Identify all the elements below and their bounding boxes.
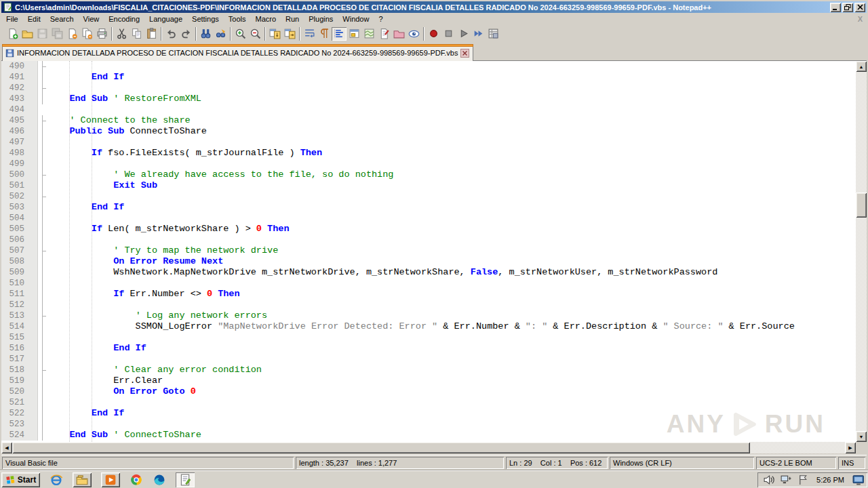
anyrun-player-taskbar-icon[interactable] xyxy=(101,472,120,487)
menu-item-plugins[interactable]: Plugins xyxy=(304,14,338,24)
display-icon[interactable] xyxy=(852,474,865,486)
taskbar-clock[interactable]: 5:26 PM xyxy=(814,476,847,484)
file-explorer-taskbar-icon[interactable] xyxy=(73,472,92,487)
fold-margin[interactable] xyxy=(38,180,47,191)
sync-scroll-v-button[interactable] xyxy=(267,27,282,41)
chrome-taskbar-icon[interactable] xyxy=(130,473,143,487)
undo-button[interactable] xyxy=(163,27,178,41)
horizontal-scrollbar[interactable]: ◀ ▶ xyxy=(1,442,856,453)
fold-margin[interactable] xyxy=(38,267,47,278)
fold-margin[interactable] xyxy=(38,321,47,332)
fold-margin[interactable] xyxy=(38,191,47,202)
notepad-plus-plus-taskbar-icon[interactable] xyxy=(176,472,195,487)
macro-run-multiple-button[interactable] xyxy=(471,27,486,41)
print-button[interactable] xyxy=(94,27,109,41)
fold-margin[interactable] xyxy=(38,115,47,126)
internet-explorer-taskbar-icon[interactable] xyxy=(50,473,63,487)
fold-margin[interactable] xyxy=(38,310,47,321)
document-tab[interactable]: INFORMACION DETALLADA PROCESO DE CITACIO… xyxy=(2,44,473,61)
start-button[interactable]: Start xyxy=(1,472,40,487)
code-editor[interactable]: 490491 End If492493 End Sub ' RestoreFro… xyxy=(1,61,856,442)
menu-item-tools[interactable]: Tools xyxy=(224,14,251,24)
fold-margin[interactable] xyxy=(38,354,47,365)
menu-item-window[interactable]: Window xyxy=(338,14,374,24)
fold-margin[interactable] xyxy=(38,289,47,300)
fold-margin[interactable] xyxy=(38,408,47,419)
scroll-up-icon[interactable]: ▲ xyxy=(856,61,867,72)
redo-button[interactable] xyxy=(178,27,193,41)
fold-margin[interactable] xyxy=(38,94,47,104)
fold-margin[interactable] xyxy=(38,235,47,245)
fold-margin[interactable] xyxy=(38,83,47,94)
document-list-button[interactable] xyxy=(376,27,391,41)
save-all-button[interactable] xyxy=(50,27,64,41)
word-wrap-button[interactable] xyxy=(302,27,317,41)
macro-save-button[interactable] xyxy=(486,27,500,41)
fold-margin[interactable] xyxy=(38,224,47,235)
close-all-button[interactable] xyxy=(79,27,94,41)
menu-close-x[interactable]: X xyxy=(858,15,863,23)
minimize-button[interactable] xyxy=(830,3,841,12)
fold-margin[interactable] xyxy=(38,213,47,224)
document-map-button[interactable] xyxy=(361,27,376,41)
menu-item-edit[interactable]: Edit xyxy=(23,14,45,24)
restore-button[interactable] xyxy=(842,3,853,12)
paste-button[interactable] xyxy=(144,27,159,41)
fold-margin[interactable] xyxy=(38,245,47,256)
fold-margin[interactable] xyxy=(38,126,47,137)
save-button[interactable] xyxy=(35,27,50,41)
show-indent-guide-button[interactable] xyxy=(332,27,347,41)
scroll-left-icon[interactable]: ◀ xyxy=(1,442,12,453)
close-file-button[interactable] xyxy=(64,27,79,41)
sync-scroll-h-button[interactable] xyxy=(282,27,297,41)
fold-margin[interactable] xyxy=(38,137,47,148)
fold-margin[interactable] xyxy=(38,169,47,180)
menu-item-encoding[interactable]: Encoding xyxy=(104,14,144,24)
show-all-characters-button[interactable] xyxy=(317,27,332,41)
menu-item-view[interactable]: View xyxy=(79,14,104,24)
scroll-right-icon[interactable]: ▶ xyxy=(845,442,856,453)
fold-margin[interactable] xyxy=(38,104,47,115)
replace-button[interactable] xyxy=(213,27,228,41)
menu-item-settings[interactable]: Settings xyxy=(187,14,224,24)
network-icon[interactable] xyxy=(780,474,791,485)
fold-margin[interactable] xyxy=(38,159,47,169)
cut-button[interactable] xyxy=(114,27,129,41)
copy-button[interactable] xyxy=(129,27,144,41)
fold-margin[interactable] xyxy=(38,300,47,310)
fold-margin[interactable] xyxy=(38,365,47,375)
fold-margin[interactable] xyxy=(38,375,47,386)
menu-item-run[interactable]: Run xyxy=(281,14,304,24)
fold-margin[interactable] xyxy=(38,148,47,159)
flag-icon[interactable] xyxy=(797,474,808,485)
scroll-down-icon[interactable]: ▼ xyxy=(856,431,867,442)
macro-play-button[interactable] xyxy=(456,27,471,41)
find-button[interactable] xyxy=(198,27,213,41)
vertical-scrollbar[interactable]: ▲ ▼ xyxy=(856,61,867,442)
new-file-button[interactable] xyxy=(5,27,20,41)
folder-as-workspace-button[interactable] xyxy=(391,27,406,41)
zoom-in-button[interactable] xyxy=(233,27,248,41)
fold-margin[interactable] xyxy=(38,343,47,354)
fold-margin[interactable] xyxy=(38,397,47,408)
macro-record-button[interactable] xyxy=(426,27,441,41)
user-define-dialog-button[interactable] xyxy=(347,27,361,41)
close-button[interactable] xyxy=(854,3,865,12)
fold-margin[interactable] xyxy=(38,386,47,397)
fold-margin[interactable] xyxy=(38,72,47,83)
zoom-out-button[interactable] xyxy=(248,27,262,41)
menu-item-search[interactable]: Search xyxy=(45,14,79,24)
fold-margin[interactable] xyxy=(38,278,47,289)
menu-item-language[interactable]: Language xyxy=(144,14,187,24)
fold-margin[interactable] xyxy=(38,256,47,267)
monitoring-button[interactable] xyxy=(406,27,421,41)
volume-icon[interactable] xyxy=(763,474,774,485)
horizontal-scroll-thumb[interactable] xyxy=(12,442,750,453)
menu-item-macro[interactable]: Macro xyxy=(250,14,281,24)
fold-margin[interactable] xyxy=(38,419,47,430)
fold-margin[interactable] xyxy=(38,202,47,213)
tab-close-icon[interactable] xyxy=(460,49,469,58)
menu-item-file[interactable]: File xyxy=(1,14,23,24)
open-file-button[interactable] xyxy=(20,27,35,41)
fold-margin[interactable] xyxy=(38,332,47,343)
